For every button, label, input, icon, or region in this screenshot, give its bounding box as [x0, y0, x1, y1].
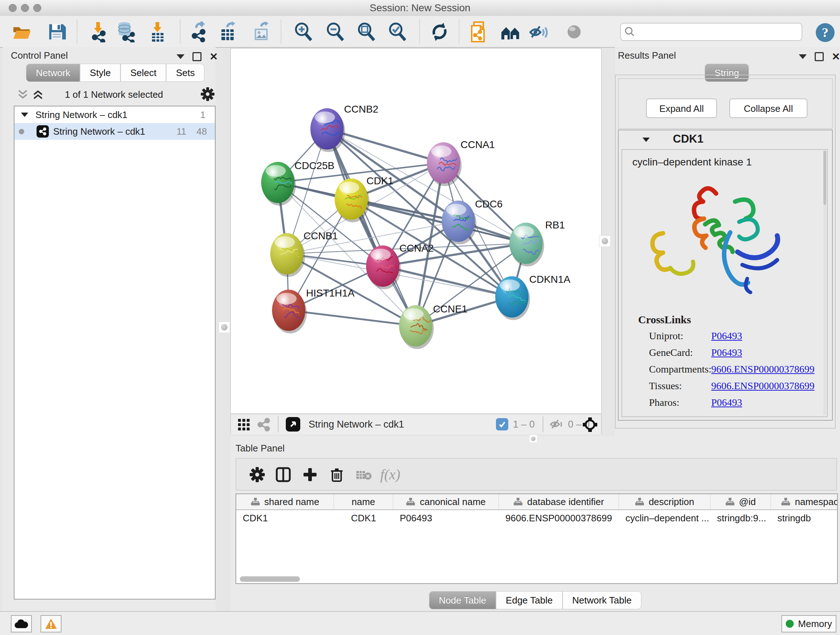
network-node-hist1h1a[interactable]: HIST1H1A — [272, 287, 355, 333]
import-network-database-icon[interactable] — [115, 21, 136, 42]
table-row[interactable]: CDK1CDK1P064939606.ENSP00000378699cyclin… — [236, 510, 837, 526]
network-node-rb1[interactable]: RB1 — [509, 219, 565, 266]
minimize-window-icon[interactable] — [21, 4, 29, 12]
hide-selected-icon[interactable] — [528, 21, 549, 42]
collapse-all-button[interactable]: Collapse All — [729, 98, 807, 118]
birdseye-view-icon[interactable] — [286, 417, 300, 432]
selected-checkbox-icon[interactable] — [496, 418, 508, 431]
table-cell[interactable]: 9606.ENSP00000378699 — [499, 513, 619, 524]
zoom-selected-icon[interactable] — [387, 21, 408, 42]
add-column-icon[interactable] — [302, 467, 318, 483]
tab-edge-table[interactable]: Edge Table — [496, 591, 562, 609]
import-network-icon[interactable] — [88, 21, 109, 42]
table-hscrollbar[interactable] — [240, 576, 300, 582]
collapse-tree-icon[interactable] — [21, 112, 28, 117]
toolbar-separator — [543, 416, 543, 432]
show-all-icon[interactable] — [564, 21, 584, 42]
memory-label: Memory — [798, 618, 832, 630]
close-panel-icon[interactable]: ✕ — [832, 53, 840, 60]
tab-select[interactable]: Select — [120, 64, 166, 82]
network-collection-row[interactable]: String Network – cdk1 1 — [14, 106, 215, 123]
column-header-database-identifier[interactable]: database identifier — [499, 494, 619, 509]
network-node-ccne1[interactable]: CCNE1 — [399, 303, 467, 349]
float-panel-icon[interactable] — [193, 52, 202, 61]
close-panel-icon[interactable]: ✕ — [210, 53, 218, 60]
show-columns-icon[interactable] — [275, 467, 291, 483]
network-node-cdk1[interactable]: CDK1 — [335, 175, 393, 222]
memory-button[interactable]: Memory — [782, 615, 836, 632]
table-cell[interactable]: P06493 — [393, 513, 499, 524]
export-network-icon[interactable] — [189, 21, 210, 42]
crosslink-link[interactable]: 9606.ENSP00000378699 — [711, 363, 814, 375]
zoom-fit-icon[interactable] — [356, 21, 377, 42]
network-node-ccnb1[interactable]: CCNB1 — [270, 230, 338, 277]
tab-style[interactable]: Style — [80, 64, 120, 82]
network-row-selected[interactable]: String Network – cdk1 11 48 — [14, 123, 215, 140]
collapse-entry-icon[interactable] — [643, 138, 650, 142]
search-input[interactable] — [639, 27, 802, 38]
expand-collapse-box: Expand All Collapse All — [618, 78, 833, 129]
tab-network-table[interactable]: Network Table — [562, 591, 641, 609]
network-edge[interactable] — [289, 310, 416, 326]
help-icon[interactable]: ? — [815, 22, 836, 43]
node-label: CDC25B — [294, 160, 334, 171]
crosslink-link[interactable]: P06493 — [711, 347, 742, 358]
table-cell[interactable]: stringdb — [771, 513, 838, 524]
zoom-out-icon[interactable] — [325, 21, 346, 42]
gear-icon[interactable] — [201, 87, 215, 101]
tab-node-table[interactable]: Node Table — [429, 591, 496, 609]
gene-result-card: CDK1 cyclin–dependent kinase 1 — [618, 130, 833, 421]
table-cell[interactable]: cyclin–dependent ... — [619, 513, 711, 524]
search-field[interactable] — [620, 23, 802, 41]
splitter-handle[interactable] — [599, 235, 611, 247]
network-node-cdkn1a[interactable]: CDKN1A — [495, 274, 570, 320]
close-window-icon[interactable] — [9, 4, 17, 12]
import-table-icon[interactable] — [147, 21, 168, 42]
crosslink-link[interactable]: P06493 — [711, 397, 742, 409]
grid-view-icon[interactable] — [237, 418, 250, 431]
crosslink-link[interactable]: 9606.ENSP00000378699 — [711, 380, 814, 392]
panel-menu-icon[interactable] — [799, 54, 807, 59]
open-session-icon[interactable] — [11, 21, 32, 42]
table-cell[interactable]: CDK1 — [334, 513, 393, 524]
crosslink-label: Tissues: — [649, 380, 682, 391]
node-label: CCNA1 — [461, 139, 495, 150]
column-header-canonical-name[interactable]: canonical name — [393, 494, 499, 509]
splitter-handle[interactable] — [218, 321, 230, 333]
new-network-from-selection-icon[interactable] — [469, 21, 490, 42]
column-header--id[interactable]: @id — [711, 494, 771, 509]
column-header-namespace[interactable]: namespace — [771, 494, 838, 509]
table-settings-gear-icon[interactable] — [249, 467, 265, 483]
houses-icon[interactable] — [500, 21, 521, 42]
network-canvas[interactable]: CCNB2CCNA1CDC25BCDK1CDC6RB1CCNB1CCNA2CDK… — [231, 49, 601, 413]
save-session-icon[interactable] — [46, 21, 67, 42]
crosslink-link[interactable]: P06493 — [711, 330, 742, 342]
column-header-description[interactable]: description — [619, 494, 711, 509]
network-node-cdc6[interactable]: CDC6 — [442, 198, 502, 244]
apply-layout-icon[interactable] — [429, 21, 450, 42]
splitter-handle[interactable] — [529, 435, 537, 443]
delete-column-trash-icon[interactable] — [329, 467, 345, 483]
warnings-button[interactable] — [41, 615, 62, 632]
table-cell[interactable]: stringdb:9... — [711, 513, 771, 524]
column-header-shared-name[interactable]: shared name — [236, 494, 334, 509]
cloud-button[interactable] — [11, 615, 32, 632]
zoom-window-icon[interactable] — [33, 4, 41, 12]
node-label: CDK1 — [366, 175, 393, 187]
share-view-icon[interactable] — [257, 418, 271, 432]
export-table-icon[interactable] — [218, 21, 239, 42]
panel-menu-icon[interactable] — [177, 54, 185, 59]
network-view: CCNB2CCNA1CDC25BCDK1CDC6RB1CCNB1CCNA2CDK… — [231, 48, 602, 434]
table-cell[interactable]: CDK1 — [236, 513, 334, 524]
zoom-in-icon[interactable] — [293, 21, 314, 42]
results-scrollbar-thumb[interactable] — [823, 150, 826, 205]
float-panel-icon[interactable] — [815, 52, 824, 61]
column-type-icon — [513, 497, 523, 506]
control-panel-title: Control Panel — [11, 50, 68, 61]
column-header-name[interactable]: name — [334, 494, 393, 509]
crosshair-move-icon[interactable] — [583, 417, 598, 432]
export-image-icon[interactable] — [251, 21, 272, 42]
tab-network[interactable]: Network — [26, 64, 80, 82]
tab-sets[interactable]: Sets — [166, 64, 204, 82]
expand-all-button[interactable]: Expand All — [646, 98, 717, 118]
